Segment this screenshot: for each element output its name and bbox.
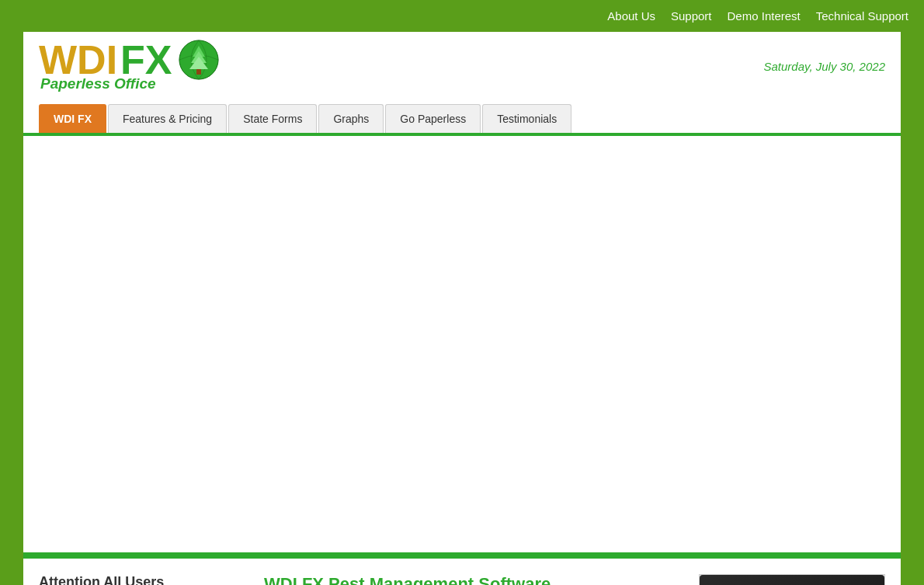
site-header: WDI FX: [23, 32, 901, 96]
logo-area: WDI FX: [39, 40, 219, 92]
logo-wdi: WDI: [39, 40, 117, 80]
tab-graphs[interactable]: Graphs: [318, 104, 384, 133]
content-area: Attention All Users TURN OFF AUTOMATIC U…: [23, 559, 901, 585]
main-container: WDI FX: [23, 32, 901, 552]
sidebar: Attention All Users TURN OFF AUTOMATIC U…: [39, 574, 248, 585]
top-nav: About Us Support Demo Interest Technical…: [0, 0, 924, 32]
content-title: WDI FX Pest Management Software: [264, 574, 683, 585]
nav-about-us[interactable]: About Us: [607, 9, 655, 23]
tab-testimonials[interactable]: Testimonials: [482, 104, 571, 133]
tab-features-pricing[interactable]: Features & Pricing: [108, 104, 227, 133]
logo-fx: FX: [120, 40, 172, 80]
windows10-image: Windows10™: [699, 574, 885, 585]
main-content: WDI FX Pest Management Software THE PAPE…: [264, 574, 683, 585]
tab-state-forms[interactable]: State Forms: [228, 104, 317, 133]
tab-go-paperless[interactable]: Go Paperless: [385, 104, 481, 133]
svg-rect-5: [196, 69, 201, 75]
green-separator: [23, 552, 901, 559]
image-panel: Windows10™ Mac: [699, 574, 885, 585]
nav-technical-support[interactable]: Technical Support: [816, 9, 908, 23]
nav-demo-interest[interactable]: Demo Interest: [728, 9, 801, 23]
nav-tabs: WDI FX Features & Pricing State Forms Gr…: [23, 104, 901, 136]
logo-subtitle: Paperless Office: [40, 75, 156, 92]
logo-tree-icon: [179, 40, 219, 80]
date-display: Saturday, July 30, 2022: [764, 60, 886, 73]
tab-wdi-fx[interactable]: WDI FX: [39, 104, 106, 133]
sidebar-title: Attention All Users: [39, 574, 248, 585]
nav-support[interactable]: Support: [671, 9, 712, 23]
